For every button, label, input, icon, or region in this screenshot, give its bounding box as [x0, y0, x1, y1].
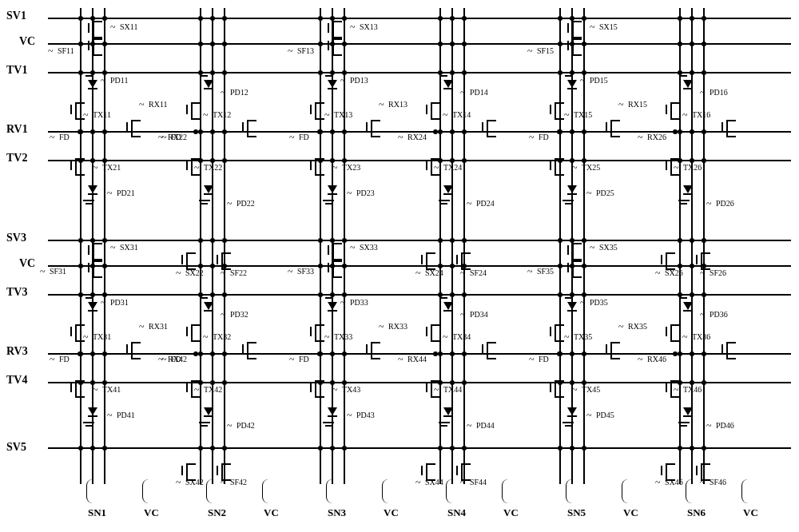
node-dot	[342, 70, 347, 75]
node-dot	[462, 351, 467, 356]
label-rx44: RX44	[407, 355, 427, 363]
tx-transistor	[186, 102, 204, 117]
node-dot	[90, 446, 95, 451]
label-sv5: SV5	[6, 441, 26, 454]
label-tv3: TV3	[6, 286, 27, 299]
node-dot	[342, 158, 347, 163]
node-dot	[690, 264, 694, 268]
label-pd21: PD21	[117, 189, 135, 197]
label-tx22: TX22	[204, 163, 222, 172]
node-dot	[690, 42, 694, 46]
node-dot	[198, 264, 203, 268]
label-sx11: SX11	[120, 22, 137, 31]
node-dot	[582, 264, 586, 268]
photodiode-icon	[328, 407, 337, 415]
node-dot	[318, 292, 323, 297]
leader-curve	[686, 479, 698, 503]
node-dot	[702, 292, 706, 297]
label-rx13: RX13	[388, 100, 407, 109]
node-dot	[78, 158, 83, 163]
node-dot	[222, 380, 227, 385]
photodiode-icon	[204, 185, 213, 193]
sx-transistor	[421, 463, 439, 478]
label-fd: FD	[59, 355, 70, 363]
label-pd35: PD35	[590, 298, 608, 307]
node-dot	[102, 238, 107, 243]
label-sf46: SF46	[710, 478, 726, 486]
node-dot	[450, 292, 455, 297]
label-column-out: SN1	[88, 506, 106, 519]
tilde-leader: ~	[332, 384, 338, 396]
ground-icon	[323, 422, 334, 430]
node-dot	[558, 42, 562, 46]
node-dot	[450, 446, 455, 451]
node-dot	[78, 380, 83, 385]
leader-curve	[206, 479, 218, 503]
node-dot	[222, 351, 227, 356]
label-pd33: PD33	[350, 298, 368, 307]
label-tx24: TX24	[443, 163, 462, 172]
node-dot	[78, 292, 83, 297]
label-fd: FD	[171, 133, 181, 141]
rx-transistor	[242, 120, 260, 134]
node-dot	[690, 238, 694, 243]
photodiode-icon	[567, 80, 577, 88]
node-dot	[462, 16, 467, 21]
photodiode-icon	[567, 302, 577, 310]
sx-transistor	[181, 252, 199, 267]
node-dot	[690, 351, 694, 356]
node-dot	[318, 42, 323, 46]
label-rv3: RV3	[6, 345, 28, 358]
leader-curve	[86, 479, 98, 503]
node-dot	[462, 446, 467, 451]
node-dot	[78, 70, 83, 75]
tx-transistor	[550, 102, 567, 117]
ground-icon	[83, 200, 94, 208]
tilde-leader: ~	[655, 477, 661, 489]
label-pd34: PD34	[470, 310, 488, 319]
node-dot	[702, 70, 706, 75]
node-dot	[690, 292, 694, 297]
tilde-leader: ~	[586, 410, 592, 422]
tilde-leader: ~	[40, 266, 46, 278]
node-dot	[450, 158, 455, 163]
node-dot	[330, 70, 335, 75]
node-dot	[462, 42, 467, 46]
label-rx33: RX33	[388, 322, 407, 331]
node-dot	[102, 351, 107, 356]
node-dot	[678, 16, 682, 21]
node-dot	[210, 42, 215, 46]
ground-icon	[199, 200, 210, 208]
label-tv2: TV2	[6, 152, 27, 165]
node-dot	[198, 42, 203, 46]
node-dot	[438, 238, 443, 243]
node-dot	[438, 42, 443, 46]
node-dot	[582, 70, 586, 75]
tx-transistor	[666, 102, 683, 117]
photodiode-icon	[204, 302, 213, 310]
node-dot	[450, 16, 455, 21]
node-dot	[78, 42, 83, 46]
tx-transistor	[426, 102, 443, 117]
tilde-leader: ~	[618, 321, 624, 333]
label-pd12: PD12	[230, 88, 248, 97]
node-dot	[198, 292, 203, 297]
rx-transistor	[366, 120, 384, 134]
label-tx15: TX15	[574, 110, 592, 119]
sx-transistor	[567, 21, 585, 35]
tilde-leader: ~	[529, 354, 535, 366]
tilde-leader: ~	[529, 132, 535, 144]
label-vc-col: VC	[503, 506, 519, 519]
label-vc-col: VC	[264, 506, 279, 519]
node-dot	[210, 292, 215, 297]
node-dot	[198, 158, 203, 163]
node-dot	[102, 380, 107, 385]
node-dot	[570, 292, 574, 297]
tilde-leader: ~	[350, 22, 356, 34]
tx-transistor	[310, 102, 328, 117]
tx-transistor	[426, 324, 443, 339]
tilde-leader: ~	[379, 99, 384, 111]
node-dot	[678, 292, 682, 297]
node-dot	[330, 16, 335, 21]
node-dot	[102, 70, 107, 75]
